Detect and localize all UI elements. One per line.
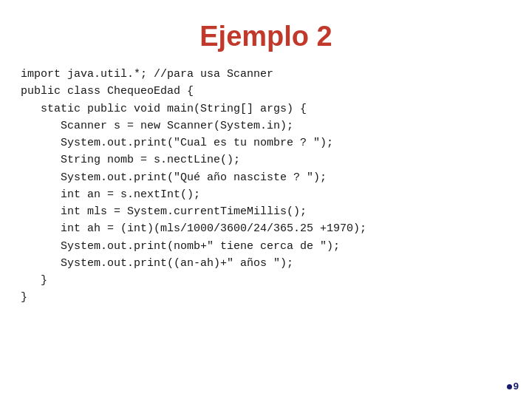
code-line-10: int ah = (int)(mls/1000/3600/24/365.25 +… [21,220,517,237]
code-line-11: System.out.print(nomb+" tiene cerca de "… [21,238,517,255]
code-line-3: static public void main(String[] args) { [21,100,517,117]
code-line-12: System.out.print((an-ah)+" años "); [21,255,517,272]
code-line-1: import java.util.*; //para usa Scanner [21,66,517,83]
code-line-6: String nomb = s.nectLine(); [21,151,517,168]
code-line-5: System.out.print("Cual es tu nombre ? ")… [21,134,517,151]
code-line-14: } [21,289,517,306]
code-line-7: System.out.print("Qué año nasciste ? "); [21,169,517,186]
code-line-8: int an = s.nextInt(); [21,186,517,203]
code-line-2: public class ChequeoEdad { [21,83,517,100]
code-line-4: Scanner s = new Scanner(System.in); [21,117,517,134]
code-line-9: int mls = System.currentTimeMillis(); [21,203,517,220]
page-dot [507,384,512,389]
slide-title: Ejemplo 2 [0,0,532,66]
page-number: 9 [507,381,519,392]
code-line-13: } [21,272,517,289]
code-block: import java.util.*; //para usa Scanner p… [0,66,532,307]
